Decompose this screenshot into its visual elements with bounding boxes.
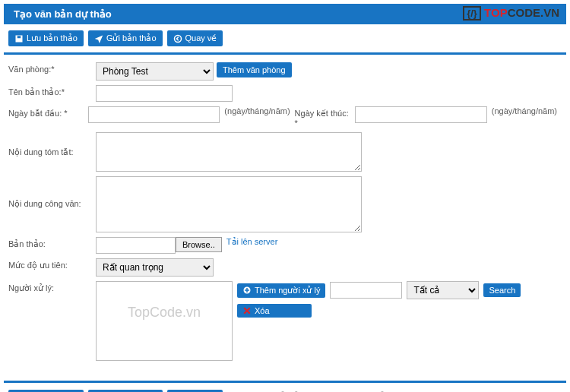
summary-textarea[interactable] — [96, 132, 362, 172]
content-textarea[interactable] — [96, 176, 362, 232]
search-filter-select[interactable]: Tất cả — [407, 281, 479, 299]
form: Văn phòng:* Phòng Test Thêm văn phòng Tê… — [4, 55, 566, 373]
priority-select[interactable]: Rất quan trọng — [96, 258, 214, 277]
add-office-button[interactable]: Thêm văn phòng — [217, 62, 292, 77]
draft-file-label: Bản thảo: — [8, 237, 96, 249]
save-icon — [14, 34, 24, 43]
bottom-toolbar: Lưu bản thảo Gửi bản thảo Quay về Copyri… — [4, 381, 566, 392]
handlers-list[interactable]: TopCode.vn — [96, 281, 233, 361]
save-button[interactable]: Lưu bản thảo — [8, 30, 84, 46]
send-icon — [94, 34, 103, 43]
watermark-logo: {/} TOPCODE.VN — [463, 6, 559, 21]
search-handler-input[interactable] — [330, 282, 402, 299]
date-hint-end: (ngày/tháng/năm) — [492, 106, 557, 115]
search-button[interactable]: Search — [483, 283, 521, 297]
page-title: Tạo văn bản dự thảo — [14, 8, 112, 20]
back-icon — [173, 34, 182, 43]
handlers-controls: Thêm người xử lý Tất cả Search Xóa — [237, 281, 521, 322]
svg-point-2 — [174, 35, 181, 42]
back-button[interactable]: Quay về — [167, 30, 223, 46]
watermark-center: TopCode.vn — [97, 282, 232, 343]
plus-icon — [242, 286, 252, 295]
top-toolbar: Lưu bản thảo Gửi bản thảo Quay về — [4, 24, 566, 55]
watermark-copyright: Copyright © TopCode.vn — [236, 389, 414, 392]
upload-link[interactable]: Tải lên server — [226, 237, 278, 247]
office-select[interactable]: Phòng Test — [96, 62, 214, 81]
title-input[interactable] — [96, 85, 233, 102]
end-date-input[interactable] — [355, 106, 487, 123]
title-label: Tên bản thảo:* — [8, 85, 96, 97]
office-label: Văn phòng:* — [8, 62, 96, 74]
start-date-input[interactable] — [88, 106, 220, 123]
delete-handler-button[interactable]: Xóa — [237, 304, 312, 318]
summary-label: Nội dung tóm tắt: — [8, 132, 96, 157]
end-date-label: Ngày kết thúc: * — [295, 106, 349, 128]
delete-icon — [242, 306, 252, 315]
svg-rect-1 — [17, 36, 21, 38]
priority-label: Mức độ ưu tiên: — [8, 258, 96, 270]
start-date-label: Ngày bắt đầu: * — [8, 106, 88, 119]
browse-button[interactable]: Browse.. — [176, 237, 222, 252]
handlers-label: Người xử lý: — [8, 281, 96, 293]
content-label: Nội dung công văn: — [8, 176, 96, 209]
send-button[interactable]: Gửi bản thảo — [88, 30, 163, 46]
date-hint-start: (ngày/tháng/năm) — [224, 106, 290, 115]
file-path-input[interactable] — [96, 237, 176, 254]
add-handler-button[interactable]: Thêm người xử lý — [237, 283, 325, 298]
